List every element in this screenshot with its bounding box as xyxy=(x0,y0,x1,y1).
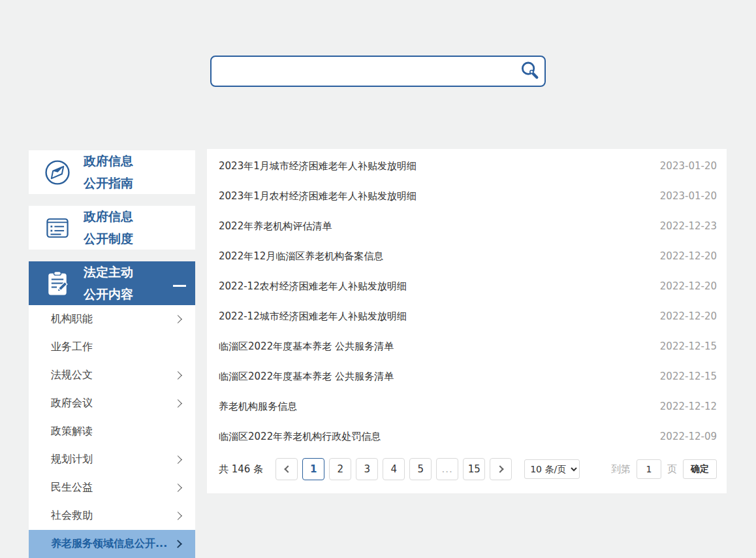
list-item[interactable]: 2022-12农村经济困难老年人补贴发放明细2022-12-20 xyxy=(207,271,727,301)
list-item-date: 2022-12-15 xyxy=(660,370,717,382)
chevron-right-icon xyxy=(496,465,503,472)
list-item-title[interactable]: 养老机构服务信息 xyxy=(219,401,297,413)
list-item-date: 2022-12-15 xyxy=(660,340,717,352)
sidebar-item-7[interactable]: 社会救助 xyxy=(29,502,195,530)
list-item-date: 2022-12-20 xyxy=(660,310,717,322)
collapse-minus-icon[interactable] xyxy=(173,285,186,287)
list-item-date: 2022-12-12 xyxy=(660,401,717,412)
sidebar-item-label: 养老服务领域信息公开... xyxy=(51,537,167,551)
search-box xyxy=(210,56,546,87)
sidebar-item-label: 民生公益 xyxy=(51,481,93,495)
chevron-right-icon xyxy=(174,540,182,548)
sidebar-submenu: 机构职能业务工作法规公文政府会议政策解读规划计划民生公益社会救助养老服务领域信息… xyxy=(29,305,195,558)
sidebar-item-5[interactable]: 规划计划 xyxy=(29,446,195,474)
list-item-date: 2023-01-20 xyxy=(660,190,717,202)
chevron-right-icon xyxy=(174,512,182,520)
page-button-15[interactable]: 15 xyxy=(463,458,485,480)
prev-page-button[interactable] xyxy=(276,458,298,480)
chevron-right-icon xyxy=(174,399,182,408)
search-input[interactable] xyxy=(212,57,514,86)
card-label-line: 政府信息 xyxy=(84,206,186,227)
list-item[interactable]: 2022年12月临淄区养老机构备案信息2022-12-20 xyxy=(207,241,727,271)
sidebar-card-2[interactable]: 法定主动公开内容 xyxy=(29,261,195,305)
list-item-date: 2022-12-20 xyxy=(660,280,717,292)
sidebar-card-1[interactable]: 政府信息公开制度 xyxy=(29,206,195,250)
list-item[interactable]: 2023年1月城市经济困难老年人补贴发放明细2023-01-20 xyxy=(207,151,727,181)
goto-suffix-label: 页 xyxy=(667,463,677,476)
sidebar-item-label: 社会救助 xyxy=(51,509,93,523)
clipboard-icon xyxy=(43,269,72,298)
card-label-line: 公开内容 xyxy=(84,284,173,305)
sidebar-item-4[interactable]: 政策解读 xyxy=(29,418,195,446)
sidebar-item-6[interactable]: 民生公益 xyxy=(29,474,195,502)
document-icon xyxy=(43,214,72,242)
total-count: 共 146 条 xyxy=(219,463,263,476)
goto-prefix-label: 到第 xyxy=(611,463,631,476)
list-item-title[interactable]: 2023年1月农村经济困难老年人补贴发放明细 xyxy=(219,190,417,203)
sidebar-item-label: 政府会议 xyxy=(51,397,93,410)
chevron-right-icon xyxy=(174,371,182,380)
sidebar: 政府信息公开指南政府信息公开制度法定主动公开内容 机构职能业务工作法规公文政府会… xyxy=(29,150,195,558)
chevron-left-icon xyxy=(284,465,291,472)
sidebar-item-3[interactable]: 政府会议 xyxy=(29,389,195,418)
chevron-right-icon xyxy=(174,455,182,464)
list-item[interactable]: 2023年1月农村经济困难老年人补贴发放明细2023-01-20 xyxy=(207,181,727,211)
list-item-date: 2022-12-09 xyxy=(660,431,717,442)
list-item-title[interactable]: 临淄区2022年度基本养老 公共服务清单 xyxy=(219,370,394,383)
sidebar-item-label: 政策解读 xyxy=(51,425,93,438)
card-label-line: 政府信息 xyxy=(84,150,186,172)
pagination-bar: 共 146 条 12345...15 10 条/页 到第 页 确定 xyxy=(207,451,727,493)
card-label-line: 公开指南 xyxy=(84,172,186,194)
list-item-title[interactable]: 临淄区2022年养老机构行政处罚信息 xyxy=(219,431,381,443)
page-button-5[interactable]: 5 xyxy=(409,458,432,480)
goto-page-input[interactable] xyxy=(637,459,661,479)
list-item[interactable]: 临淄区2022年养老机构行政处罚信息2022-12-09 xyxy=(207,421,727,451)
page-size-select[interactable]: 10 条/页 xyxy=(524,459,580,479)
sidebar-item-label: 机构职能 xyxy=(51,312,93,326)
page-ellipsis-button[interactable]: ... xyxy=(436,458,458,480)
next-page-button[interactable] xyxy=(490,458,512,480)
main-panel: 2023年1月城市经济困难老年人补贴发放明细2023-01-202023年1月农… xyxy=(207,149,727,493)
confirm-button[interactable]: 确定 xyxy=(683,459,717,479)
list-item-date: 2022-12-20 xyxy=(660,250,717,262)
list-item-title[interactable]: 2022年养老机构评估清单 xyxy=(219,220,332,233)
page-button-2[interactable]: 2 xyxy=(329,458,351,480)
sidebar-item-1[interactable]: 业务工作 xyxy=(29,333,195,361)
sidebar-item-label: 业务工作 xyxy=(51,340,93,354)
page-button-4[interactable]: 4 xyxy=(383,458,405,480)
page-button-1[interactable]: 1 xyxy=(302,458,324,480)
list-item[interactable]: 2022-12城市经济困难老年人补贴发放明细2022-12-20 xyxy=(207,301,727,331)
list-item[interactable]: 临淄区2022年度基本养老 公共服务清单2022-12-15 xyxy=(207,331,727,361)
page-button-3[interactable]: 3 xyxy=(356,458,378,480)
sidebar-item-2[interactable]: 法规公文 xyxy=(29,361,195,389)
list-item-date: 2023-01-20 xyxy=(660,160,717,172)
chevron-right-icon xyxy=(174,315,182,323)
list-item[interactable]: 临淄区2022年度基本养老 公共服务清单2022-12-15 xyxy=(207,361,727,391)
sidebar-card-0[interactable]: 政府信息公开指南 xyxy=(29,150,195,194)
chevron-right-icon xyxy=(174,484,182,492)
card-label-line: 法定主动 xyxy=(84,261,173,283)
list-item-title[interactable]: 2022年12月临淄区养老机构备案信息 xyxy=(219,250,383,263)
sidebar-item-8[interactable]: 养老服务领域信息公开... xyxy=(29,530,195,558)
search-icon xyxy=(518,59,541,84)
list-item-title[interactable]: 临淄区2022年度基本养老 公共服务清单 xyxy=(219,340,394,353)
list-item[interactable]: 2022年养老机构评估清单2022-12-23 xyxy=(207,211,727,241)
goto-page: 到第 页 确定 xyxy=(611,459,717,479)
list-item-title[interactable]: 2022-12城市经济困难老年人补贴发放明细 xyxy=(219,310,407,323)
card-label-line: 公开制度 xyxy=(84,228,186,250)
list-item-title[interactable]: 2022-12农村经济困难老年人补贴发放明细 xyxy=(219,280,407,293)
list-item-date: 2022-12-23 xyxy=(660,220,717,232)
list-item[interactable]: 养老机构服务信息2022-12-12 xyxy=(207,391,727,421)
compass-icon xyxy=(43,158,72,187)
sidebar-item-0[interactable]: 机构职能 xyxy=(29,305,195,333)
sidebar-item-label: 规划计划 xyxy=(51,453,93,467)
search-button[interactable] xyxy=(514,57,544,86)
sidebar-item-label: 法规公文 xyxy=(51,369,93,382)
list-item-title[interactable]: 2023年1月城市经济困难老年人补贴发放明细 xyxy=(219,160,417,172)
